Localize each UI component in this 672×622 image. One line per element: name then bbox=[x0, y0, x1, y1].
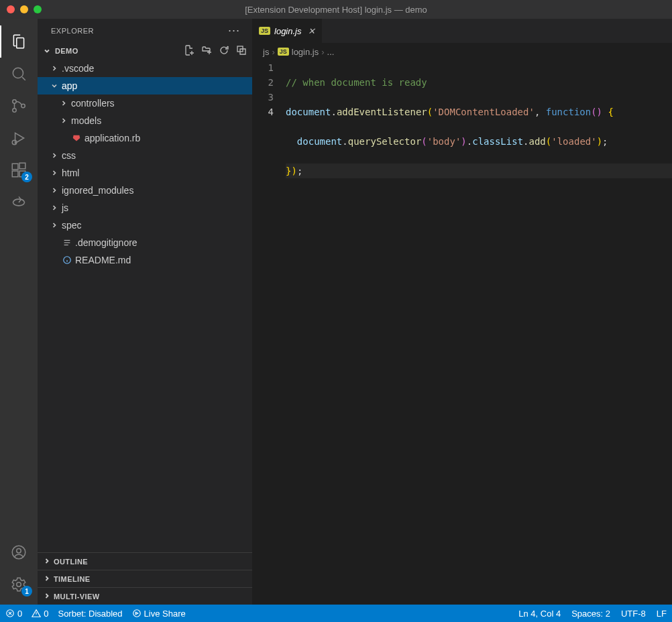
svg-point-11 bbox=[17, 582, 21, 587]
tree-file[interactable]: application.rb bbox=[38, 129, 252, 147]
refresh-icon[interactable] bbox=[219, 45, 229, 58]
section-outline[interactable]: OUTLINE bbox=[38, 552, 252, 570]
tree-folder[interactable]: spec bbox=[38, 216, 252, 234]
chevron-right-icon bbox=[48, 64, 60, 72]
activity-search[interactable] bbox=[0, 58, 38, 90]
section-multiview[interactable]: MULTI-VIEW bbox=[38, 587, 252, 605]
chevron-right-icon bbox=[58, 99, 70, 107]
sidebar-more-icon[interactable]: ··· bbox=[228, 23, 240, 38]
tree-folder[interactable]: app bbox=[38, 77, 252, 95]
activity-extensions[interactable]: 2 bbox=[0, 154, 38, 186]
tree-item-label: README.md bbox=[74, 255, 131, 265]
status-warnings[interactable]: 0 bbox=[32, 609, 48, 619]
js-file-icon: JS bbox=[278, 48, 289, 56]
section-label: DEMO bbox=[55, 47, 78, 55]
tab-bar: JS login.js ✕ bbox=[252, 19, 672, 43]
svg-point-0 bbox=[13, 68, 23, 78]
tree-folder[interactable]: html bbox=[38, 164, 252, 182]
code-content[interactable]: // when document is ready document.addEv… bbox=[286, 60, 672, 605]
chevron-right-icon bbox=[58, 117, 70, 125]
tree-item-label: models bbox=[70, 115, 101, 126]
section-header-demo[interactable]: DEMO bbox=[38, 42, 252, 60]
tree-folder[interactable]: controllers bbox=[38, 95, 252, 112]
tree-folder[interactable]: js bbox=[38, 199, 252, 216]
tree-item-label: .demogitignore bbox=[74, 237, 137, 248]
chevron-right-icon bbox=[48, 186, 60, 194]
file-tree: .vscodeappcontrollersmodelsapplication.r… bbox=[38, 60, 252, 552]
tab-label: login.js bbox=[274, 26, 301, 36]
js-file-icon: JS bbox=[259, 27, 270, 35]
sidebar-title: EXPLORER bbox=[51, 27, 94, 35]
breadcrumb[interactable]: js › JS login.js › ... bbox=[252, 43, 672, 60]
info-file-icon bbox=[60, 255, 74, 265]
activity-debug[interactable] bbox=[0, 122, 38, 154]
tree-file[interactable]: README.md bbox=[38, 251, 252, 269]
ruby-file-icon bbox=[70, 133, 83, 143]
section-timeline-label: TIMELINE bbox=[54, 575, 91, 583]
activity-source-control[interactable] bbox=[0, 90, 38, 122]
code-editor[interactable]: 1 2 3 4 // when document is ready docume… bbox=[252, 60, 672, 605]
tree-item-label: application.rb bbox=[83, 133, 140, 143]
chevron-right-icon bbox=[43, 592, 51, 601]
extensions-badge: 2 bbox=[21, 172, 32, 182]
tree-folder[interactable]: models bbox=[38, 112, 252, 129]
breadcrumb-folder[interactable]: js bbox=[263, 47, 269, 57]
activity-settings[interactable]: 1 bbox=[0, 568, 38, 601]
tree-item-label: ignored_modules bbox=[60, 185, 133, 196]
window-close-button[interactable] bbox=[7, 5, 15, 13]
chevron-down-icon bbox=[48, 82, 60, 90]
svg-point-10 bbox=[17, 549, 21, 554]
tree-folder[interactable]: ignored_modules bbox=[38, 182, 252, 199]
status-bar: 0 0 Sorbet: Disabled Live Share Ln 4, Co… bbox=[0, 605, 672, 622]
tree-item-label: js bbox=[60, 202, 68, 213]
svg-rect-6 bbox=[12, 171, 18, 177]
tree-item-label: app bbox=[60, 80, 77, 91]
status-cursor-pos[interactable]: Ln 4, Col 4 bbox=[518, 609, 561, 619]
tab-login-js[interactable]: JS login.js ✕ bbox=[252, 19, 323, 43]
svg-rect-5 bbox=[12, 164, 18, 170]
tree-file[interactable]: .demogitignore bbox=[38, 234, 252, 251]
status-indent[interactable]: Spaces: 2 bbox=[571, 609, 610, 619]
section-outline-label: OUTLINE bbox=[54, 558, 88, 566]
tree-folder[interactable]: css bbox=[38, 147, 252, 164]
activity-remote[interactable] bbox=[0, 186, 38, 219]
status-liveshare[interactable]: Live Share bbox=[132, 609, 186, 619]
status-sorbet[interactable]: Sorbet: Disabled bbox=[58, 609, 122, 619]
lines-file-icon bbox=[60, 238, 74, 247]
tree-item-label: css bbox=[60, 150, 76, 161]
window-maximize-button[interactable] bbox=[34, 5, 42, 13]
settings-badge: 1 bbox=[21, 586, 32, 597]
chevron-right-icon: › bbox=[272, 47, 274, 57]
collapse-icon[interactable] bbox=[236, 45, 247, 58]
svg-point-15 bbox=[133, 610, 140, 617]
new-file-icon[interactable] bbox=[184, 45, 194, 58]
chevron-right-icon bbox=[48, 204, 60, 212]
tree-folder[interactable]: .vscode bbox=[38, 60, 252, 77]
chevron-down-icon bbox=[43, 47, 52, 55]
activity-bar: 2 1 bbox=[0, 19, 38, 605]
activity-account[interactable] bbox=[0, 536, 38, 568]
tree-item-label: html bbox=[60, 168, 79, 178]
breadcrumb-file[interactable]: login.js bbox=[292, 47, 319, 57]
chevron-right-icon bbox=[43, 557, 51, 566]
tree-item-label: .vscode bbox=[60, 63, 94, 74]
activity-explorer[interactable] bbox=[0, 25, 38, 58]
section-timeline[interactable]: TIMELINE bbox=[38, 570, 252, 587]
status-errors[interactable]: 0 bbox=[5, 609, 22, 619]
close-icon[interactable]: ✕ bbox=[308, 26, 315, 36]
editor-area: JS login.js ✕ js › JS login.js › ... 1 2… bbox=[252, 19, 672, 605]
status-encoding[interactable]: UTF-8 bbox=[621, 609, 646, 619]
svg-rect-8 bbox=[19, 163, 25, 169]
svg-point-2 bbox=[13, 109, 16, 112]
tree-item-label: controllers bbox=[70, 98, 115, 109]
breadcrumb-tail[interactable]: ... bbox=[327, 47, 335, 57]
new-folder-icon[interactable] bbox=[201, 45, 212, 58]
chevron-right-icon bbox=[48, 221, 60, 229]
titlebar: [Extension Development Host] login.js — … bbox=[0, 0, 672, 19]
svg-point-1 bbox=[13, 100, 16, 103]
section-multiview-label: MULTI-VIEW bbox=[54, 593, 100, 601]
sidebar: EXPLORER ··· DEMO .vscodeappcontrollersm… bbox=[38, 19, 252, 605]
window-minimize-button[interactable] bbox=[20, 5, 28, 13]
status-eol[interactable]: LF bbox=[657, 609, 667, 619]
chevron-right-icon bbox=[43, 574, 51, 584]
